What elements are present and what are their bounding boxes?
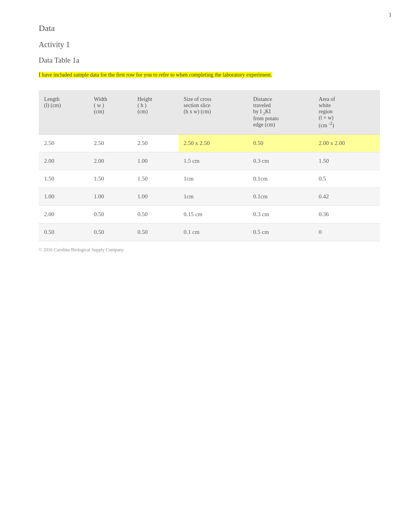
table-cell: 1cm xyxy=(178,188,248,206)
table-cell: 2.00 xyxy=(39,206,88,223)
table-cell: 1cm xyxy=(178,170,248,188)
table-cell: 1.00 xyxy=(88,188,132,206)
table-cell: 1.00 xyxy=(39,188,88,206)
table-cell: 0.50 xyxy=(88,223,132,241)
table-cell: 1.50 xyxy=(39,170,88,188)
note-text: I have included sample data for the firs… xyxy=(39,72,272,78)
table-cell: 0.15 cm xyxy=(178,206,248,223)
col-header-width: Width ( w ) (cm) xyxy=(88,90,132,134)
table-cell: 0.50 xyxy=(132,206,178,223)
table-cell: 1.00 xyxy=(132,188,178,206)
table-row: 2.502.502.502.50 x 2.500.502.00 x 2.00 xyxy=(39,135,380,152)
table-row: 1.501.501.501cm0.1cm0.5 xyxy=(39,170,380,188)
table-cell: 0.36 xyxy=(313,206,380,223)
table-cell: 0.50 xyxy=(39,223,88,241)
table-cell: 0.42 xyxy=(313,188,380,206)
data-table: Length (l) (cm) Width ( w ) (cm) Height … xyxy=(39,90,380,241)
col-header-distance: Distancetraveledby I 2KIfrom potatoedge … xyxy=(248,90,313,134)
note-wrapper: I have included sample data for the firs… xyxy=(39,70,380,79)
table-cell: 1.50 xyxy=(313,152,380,170)
table-cell: 0.5 xyxy=(313,170,380,188)
table-cell: 1.5 cm xyxy=(178,152,248,170)
table-row: 2.000.500.500.15 cm0.3 cm0.36 xyxy=(39,206,380,223)
table-cell: 0.3 cm xyxy=(248,206,313,223)
table-cell: 0.1cm xyxy=(248,188,313,206)
table-cell: 0.50 xyxy=(132,223,178,241)
table-cell: 1.50 xyxy=(132,170,178,188)
table-cell: 2.50 xyxy=(39,135,88,152)
data-heading: Data xyxy=(39,23,380,33)
table-header-row: Length (l) (cm) Width ( w ) (cm) Height … xyxy=(39,90,380,134)
table-cell: 0.50 xyxy=(248,135,313,152)
table-cell: 0.1 cm xyxy=(178,223,248,241)
page-number: 1 xyxy=(389,12,392,18)
col-header-cross-section: Size of cross section slice (h x w) (cm) xyxy=(178,90,248,134)
col-header-height: Height ( h ) (cm) xyxy=(132,90,178,134)
activity-heading: Activity 1 xyxy=(39,40,380,49)
table-cell: 2.50 x 2.50 xyxy=(178,135,248,152)
results-table: Length (l) (cm) Width ( w ) (cm) Height … xyxy=(39,90,380,241)
table-cell: 2.50 xyxy=(132,135,178,152)
table-body: 2.502.502.502.50 x 2.500.502.00 x 2.002.… xyxy=(39,135,380,241)
page: 1 Data Activity 1 Data Table 1a I have i… xyxy=(0,0,411,264)
col-header-length: Length (l) (cm) xyxy=(39,90,88,134)
table-cell: 0.3 cm xyxy=(248,152,313,170)
table-cell: 1.00 xyxy=(132,152,178,170)
table-cell: 0.50 xyxy=(88,206,132,223)
table-cell: 2.00 xyxy=(39,152,88,170)
table-heading: Data Table 1a xyxy=(39,56,380,65)
footer-text: © 2016 Carolina Biological Supply Compan… xyxy=(39,247,124,253)
col-header-area: Area ofwhiteregion(l × w)(cm -2) xyxy=(313,90,380,134)
table-row: 2.002.001.001.5 cm0.3 cm1.50 xyxy=(39,152,380,170)
table-row: 0.500.500.500.1 cm0.5 cm0 xyxy=(39,223,380,241)
table-cell: 0 xyxy=(313,223,380,241)
table-cell: 0.5 cm xyxy=(248,223,313,241)
table-cell: 1.50 xyxy=(88,170,132,188)
table-row: 1.001.001.001cm0.1cm0.42 xyxy=(39,188,380,206)
table-cell: 2.00 x 2.00 xyxy=(313,135,380,152)
table-cell: 2.00 xyxy=(88,152,132,170)
table-cell: 0.1cm xyxy=(248,170,313,188)
table-cell: 2.50 xyxy=(88,135,132,152)
